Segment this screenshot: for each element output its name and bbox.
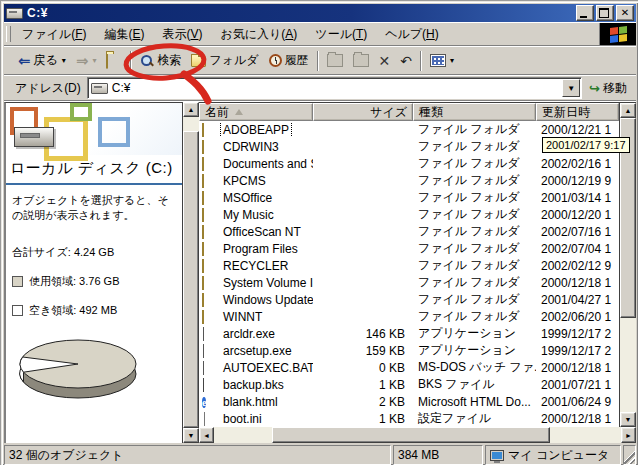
table-row[interactable]: Windows Update ...ファイル フォルダ2001/04/27 1 [199, 291, 619, 308]
scroll-track[interactable] [620, 318, 636, 412]
file-name-cell[interactable]: boot.ini [199, 412, 313, 426]
table-row[interactable]: System Volume I..ファイル フォルダ2000/12/18 1 [199, 274, 619, 291]
list-horizontal-scrollbar[interactable]: ◄ ► [199, 427, 636, 443]
folder-icon [202, 174, 217, 187]
table-row[interactable]: AUTOEXEC.BAT0 KBMS-DOS バッチ ファ...2000/12/… [199, 359, 619, 376]
copy-to-button[interactable] [348, 50, 374, 71]
file-name-cell[interactable]: My Music [199, 208, 313, 222]
sidebar-scrollbar[interactable]: ▲ ▼ [182, 102, 199, 443]
table-row[interactable]: My Musicファイル フォルダ2000/12/20 1 [199, 206, 619, 223]
address-value: C:¥ [112, 81, 558, 95]
table-row[interactable]: arcldr.exe146 KBアプリケーション1999/12/17 2 [199, 325, 619, 342]
file-name-cell[interactable]: System Volume I.. [199, 276, 313, 290]
delete-button[interactable]: ✕ [374, 50, 396, 71]
file-date: 2002/06/20 1 [536, 310, 619, 324]
folder-icon [202, 140, 217, 153]
scroll-track[interactable] [214, 427, 272, 443]
file-name-cell[interactable]: WINNT [199, 310, 313, 324]
table-row[interactable]: eblank.html2 KBMicrosoft HTML Do...2001/… [199, 393, 619, 410]
file-name-cell[interactable]: KPCMS [199, 174, 313, 188]
table-row[interactable]: arcsetup.exe159 KBアプリケーション1999/12/17 2 [199, 342, 619, 359]
scroll-thumb[interactable] [272, 427, 550, 443]
file-name: blank.html [221, 395, 280, 409]
resize-grip[interactable] [623, 445, 636, 465]
file-name-cell[interactable]: backup.bks [199, 378, 313, 392]
file-name-cell[interactable]: AUTOEXEC.BAT [199, 361, 313, 375]
file-name-cell[interactable]: arcldr.exe [199, 327, 313, 341]
scroll-left-button[interactable]: ◄ [199, 427, 214, 443]
table-row[interactable]: backup.bks1 KBBKS ファイル2001/07/21 1 [199, 376, 619, 393]
move-to-icon [327, 54, 343, 67]
forward-button[interactable]: ⇒ ▾ [71, 50, 102, 71]
scroll-down-button[interactable]: ▼ [183, 428, 199, 443]
file-name-cell[interactable]: arcsetup.exe [199, 344, 313, 358]
file-name: Documents and S... [221, 157, 313, 171]
views-dropdown-caret[interactable]: ▾ [450, 56, 454, 65]
column-header-name[interactable]: 名前 [199, 103, 313, 121]
menu-item[interactable]: 編集(E) [95, 24, 153, 45]
up-button[interactable] [101, 50, 127, 71]
scroll-track[interactable] [183, 117, 199, 131]
used-space-text: 使用領域: 3.76 GB [29, 274, 119, 289]
table-row[interactable]: OfficeScan NTファイル フォルダ2002/07/16 1 [199, 223, 619, 240]
file-date: 2000/12/20 1 [536, 208, 619, 222]
table-row[interactable]: Program Filesファイル フォルダ2002/07/04 1 [199, 240, 619, 257]
close-button[interactable] [616, 5, 634, 21]
folders-button[interactable]: フォルダ [186, 50, 263, 71]
scroll-down-button[interactable]: ▼ [620, 412, 636, 427]
table-row[interactable]: MSOfficeファイル フォルダ2001/03/14 1 [199, 189, 619, 206]
file-type: 設定ファイル [413, 410, 536, 427]
file-type: BKS ファイル [413, 376, 536, 393]
search-button[interactable]: 検索 [135, 50, 186, 71]
status-bar: 32 個のオブジェクト 384 MB マイ コンピュータ [4, 443, 636, 465]
back-button[interactable]: ⇐ 戻る ▾ [13, 50, 71, 71]
scroll-track[interactable] [550, 427, 621, 443]
column-header-type[interactable]: 種類 [413, 103, 536, 121]
scroll-up-button[interactable]: ▲ [183, 102, 199, 117]
forward-dropdown-caret[interactable]: ▾ [92, 56, 96, 65]
address-combo[interactable]: C:¥ ▼ [87, 77, 582, 99]
sidebar-banner [6, 103, 182, 155]
menu-item[interactable]: ツール(T) [306, 24, 376, 45]
move-to-button[interactable] [322, 50, 348, 71]
views-button[interactable]: ▾ [425, 50, 459, 71]
scroll-up-button[interactable]: ▲ [620, 103, 636, 118]
menu-item[interactable]: ヘルプ(H) [376, 24, 448, 45]
toolbar-separator [317, 51, 319, 71]
file-name-cell[interactable]: MSOffice [199, 191, 313, 205]
title-bar[interactable]: C:¥ [4, 4, 636, 22]
history-button[interactable]: 履歴 [264, 50, 314, 71]
table-row[interactable]: ADOBEAPPファイル フォルダ2000/12/21 1 [199, 121, 619, 138]
file-name-cell[interactable]: OfficeScan NT [199, 225, 313, 239]
column-header-size[interactable]: サイズ [313, 103, 413, 121]
go-button[interactable]: ↪ 移動 [582, 77, 634, 99]
windows-flag-icon [610, 26, 627, 43]
column-header-date[interactable]: 更新日時 [536, 103, 619, 121]
table-row[interactable]: KPCMSファイル フォルダ2000/12/19 9 [199, 172, 619, 189]
file-name-cell[interactable]: Documents and S... [199, 157, 313, 171]
back-dropdown-caret[interactable]: ▾ [62, 56, 66, 65]
scroll-right-button[interactable]: ► [621, 427, 636, 443]
undo-button[interactable]: ↶ [395, 50, 417, 71]
file-name-cell[interactable]: ADOBEAPP [199, 123, 313, 137]
toolbar-grip[interactable] [6, 26, 11, 42]
menu-item[interactable]: ファイル(F) [13, 24, 95, 45]
file-name-cell[interactable]: CDRWIN3 [199, 140, 313, 154]
table-row[interactable]: WINNTファイル フォルダ2002/06/20 1 [199, 308, 619, 325]
minimize-button[interactable] [576, 5, 594, 21]
table-row[interactable]: boot.ini1 KB設定ファイル2000/12/18 1 [199, 410, 619, 427]
scroll-thumb[interactable] [183, 131, 199, 428]
standard-toolbar: ⇐ 戻る ▾ ⇒ ▾ 検索 フォルダ 履歴 ✕ ↶ [4, 46, 636, 75]
file-name-cell[interactable]: Windows Update ... [199, 293, 313, 307]
address-dropdown-button[interactable]: ▼ [562, 79, 580, 97]
menu-item[interactable]: 表示(V) [153, 24, 211, 45]
table-row[interactable]: RECYCLERファイル フォルダ2002/02/12 9 [199, 257, 619, 274]
file-name-cell[interactable]: eblank.html [199, 395, 313, 409]
file-name-cell[interactable]: Program Files [199, 242, 313, 256]
copy-to-icon [353, 54, 369, 67]
file-name-cell[interactable]: RECYCLER [199, 259, 313, 273]
maximize-button[interactable] [596, 5, 614, 21]
status-location: マイ コンピュータ [485, 445, 621, 465]
menu-item[interactable]: お気に入り(A) [212, 24, 307, 45]
table-row[interactable]: Documents and S...ファイル フォルダ2002/02/16 1 [199, 155, 619, 172]
